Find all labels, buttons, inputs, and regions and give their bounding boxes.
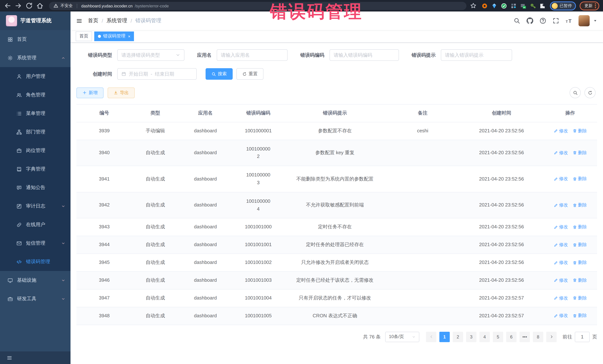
browser-home-icon[interactable] <box>36 2 44 10</box>
column-header: 错误码提示 <box>284 105 385 122</box>
sidebar-item-monitor[interactable]: 基础设施 <box>0 271 70 289</box>
sidebar-item-link[interactable]: 在线用户 <box>0 215 70 234</box>
edit-link[interactable]: 修改 <box>554 202 568 209</box>
edit-link[interactable]: 修改 <box>554 150 568 156</box>
page-button-1[interactable]: 1 <box>439 331 450 342</box>
sidebar-item-gear[interactable]: 系统管理 <box>0 49 70 67</box>
delete-link[interactable]: 删除 <box>572 313 587 319</box>
page-button-4[interactable]: 4 <box>479 331 490 342</box>
green-check-extension-icon[interactable] <box>501 3 507 9</box>
refresh-table-button[interactable] <box>584 87 596 98</box>
sidebar-item-announcement[interactable]: 通知公告 <box>0 178 70 197</box>
sidebar-item-users[interactable]: 角色管理 <box>0 86 70 104</box>
sidebar-item-label: 错误码管理 <box>26 258 65 265</box>
puzzle-extensions-icon[interactable] <box>540 3 545 9</box>
sidebar-item-dictionary[interactable]: 字典管理 <box>0 160 70 178</box>
browser-reload-icon[interactable] <box>25 2 33 10</box>
sidebar-item-badge[interactable]: 岗位管理 <box>0 141 70 160</box>
delete-link[interactable]: 删除 <box>572 277 587 284</box>
error-code-input[interactable]: 请输入错误码编码 <box>329 49 399 61</box>
delete-link[interactable]: 删除 <box>572 128 587 134</box>
delete-link[interactable]: 删除 <box>572 242 587 248</box>
edit-link[interactable]: 修改 <box>554 176 568 182</box>
sidebar-item-user[interactable]: 用户管理 <box>0 67 70 86</box>
user-avatar[interactable] <box>579 15 590 26</box>
error-msg-input[interactable]: 请输入错误码提示 <box>441 49 512 61</box>
delete-link-label: 删除 <box>578 295 587 301</box>
font-size-icon[interactable]: TT <box>566 17 572 24</box>
delete-link[interactable]: 删除 <box>572 150 587 156</box>
delete-link[interactable]: 删除 <box>572 224 587 230</box>
delete-link[interactable]: 删除 <box>572 259 587 266</box>
table-toolbar: 新增 导出 <box>76 87 597 98</box>
breadcrumb-item-home[interactable]: 首页 <box>88 17 98 24</box>
not-secure-warning-icon[interactable] <box>53 3 58 8</box>
error-type-select[interactable]: 请选择错误码类型 <box>117 49 185 61</box>
address-bar[interactable]: 不安全 dashboard.yudao.iocoder.cn/system/er… <box>49 2 466 10</box>
sidebar-item-menu-list[interactable]: 菜单管理 <box>0 104 70 123</box>
goto-page-input[interactable]: 1 <box>575 331 590 342</box>
cell-type: 手动编辑 <box>132 122 178 140</box>
show-search-button[interactable] <box>570 87 581 98</box>
cell-error-message: 只允许修改为开启或者关闭状态 <box>284 254 385 271</box>
help-icon[interactable] <box>540 17 546 24</box>
reset-button[interactable]: 重置 <box>236 68 264 80</box>
green-key-extension-icon[interactable] <box>530 3 536 9</box>
browser-update-button[interactable]: 更新 <box>580 1 599 10</box>
sidebar-item-sms[interactable]: 短信管理 <box>0 234 70 253</box>
table-row: 3939手动编辑dashboard1001000001参数配置不存在ceshi2… <box>76 122 597 140</box>
export-button[interactable]: 导出 <box>108 87 135 98</box>
edit-link[interactable]: 修改 <box>554 224 568 230</box>
delete-link[interactable]: 删除 <box>572 176 587 182</box>
sidebar-collapse-button[interactable] <box>0 351 70 364</box>
github-icon[interactable] <box>527 17 533 24</box>
edit-link[interactable]: 修改 <box>554 277 568 284</box>
page-button-6[interactable]: 6 <box>506 331 517 342</box>
edit-link[interactable]: 修改 <box>554 313 568 319</box>
blue-gem-extension-icon[interactable] <box>491 3 497 9</box>
switch-on-extension-icon[interactable]: on <box>520 3 526 9</box>
breadcrumb-item-system[interactable]: 系统管理 <box>106 17 127 24</box>
bookmark-star-icon[interactable] <box>470 3 476 9</box>
page-button-5[interactable]: 5 <box>493 331 503 342</box>
delete-link[interactable]: 删除 <box>572 295 587 301</box>
edit-link[interactable]: 修改 <box>554 259 568 266</box>
sidebar-item-audit-log[interactable]: 审计日志 <box>0 197 70 215</box>
edit-link[interactable]: 修改 <box>554 128 568 134</box>
app-name-input[interactable]: 请输入应用名 <box>217 49 288 61</box>
edit-link[interactable]: 修改 <box>554 242 568 248</box>
prev-page-button[interactable] <box>426 331 436 342</box>
page-button-2[interactable]: 2 <box>453 331 463 342</box>
fullscreen-icon[interactable] <box>553 17 559 24</box>
cell-id: 3942 <box>76 197 132 214</box>
blue-grid-extension-icon[interactable] <box>510 3 517 9</box>
date-range-picker[interactable]: 开始日期 - 结束日期 <box>117 68 197 80</box>
app-logo[interactable]: 芋道管理系统 <box>0 11 70 30</box>
browser-forward-icon[interactable] <box>14 2 22 10</box>
browser-profile-button[interactable]: 已暂停 <box>550 1 576 10</box>
sidebar-item-toolbox[interactable]: 研发工具 <box>0 289 70 308</box>
cell-memo <box>385 148 460 158</box>
search-button[interactable]: 搜索 <box>206 68 233 80</box>
tag-error-code-active[interactable]: 错误码管理 × <box>94 31 134 41</box>
page-button-3[interactable]: 3 <box>466 331 476 342</box>
sidebar-toggle-icon[interactable] <box>76 18 82 24</box>
more-pages-button[interactable]: ••• <box>520 331 530 342</box>
page-button-8[interactable]: 8 <box>533 331 543 342</box>
page-size-select[interactable]: 10条/页 <box>385 331 419 342</box>
orange-extension-icon[interactable] <box>482 3 487 9</box>
sidebar-item-dashboard[interactable]: 首页 <box>0 30 70 49</box>
sidebar-item-code[interactable]: 错误码管理 <box>0 253 70 271</box>
sidebar-item-org-tree[interactable]: 部门管理 <box>0 123 70 141</box>
tag-home[interactable]: 首页 <box>76 31 92 41</box>
add-button[interactable]: 新增 <box>76 87 104 98</box>
browser-back-icon[interactable] <box>4 2 12 10</box>
search-icon[interactable] <box>514 17 520 24</box>
delete-link[interactable]: 删除 <box>572 202 587 209</box>
edit-link[interactable]: 修改 <box>554 295 568 301</box>
cell-actions: 修改删除 <box>543 254 597 271</box>
caret-down-icon[interactable] <box>593 19 597 23</box>
next-page-button[interactable] <box>546 331 557 342</box>
tag-close-icon[interactable]: × <box>128 34 130 38</box>
browser-menu-kebab-icon[interactable] <box>595 3 596 8</box>
